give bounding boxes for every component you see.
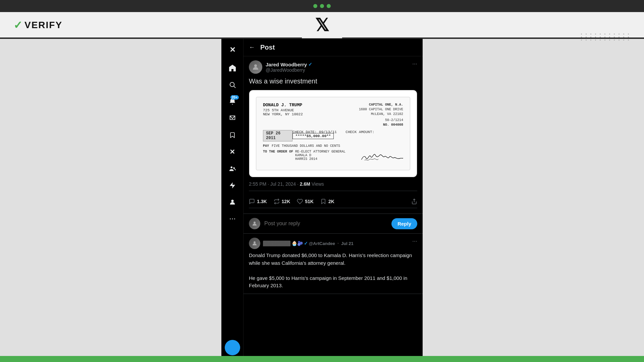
reply-input-row: Reply [244,214,423,234]
dot [614,37,615,38]
reply-author-avatar[interactable] [249,238,260,249]
communities-icon [229,165,236,172]
dot [590,37,591,38]
sidebar-item-communities[interactable] [225,161,240,176]
sidebar-item-profile[interactable] [225,194,240,210]
dot [604,37,605,38]
verify-checkmark: ✓ [13,19,23,32]
retweet-button[interactable]: 12K [274,198,290,204]
tweet-text: Was a wise investment [249,76,417,86]
sidebar-item-messages[interactable] [225,111,240,126]
dot [609,40,610,41]
dot [586,34,587,35]
check-image[interactable]: DONALD J. TRUMP 725 5TH AVENUE NEW YORK,… [249,90,417,177]
reply-date: Jul 21 [341,241,354,246]
premium-icon [229,182,236,189]
sidebar-compose[interactable] [225,340,240,355]
x-panel: ✕ [221,39,423,362]
dots-pattern: (function(){ var dp = document.querySele… [581,34,631,41]
retweet-icon [274,198,280,204]
sidebar-item-bookmarks[interactable] [225,127,240,143]
reply-author-info: ▓▓▓▓▓▓▓▓ 🧁🫐 ✓ @ArtCandee · Jul 21 [249,238,354,249]
bookmark-icon [320,198,326,204]
home-icon [228,64,236,72]
dot [581,37,582,38]
svg-point-11 [254,222,256,224]
sidebar-item-grok[interactable]: ✕ [225,144,240,160]
check-payer-address: 725 5TH AVENUE [263,108,303,112]
bookmark-button[interactable]: 2K [320,198,334,204]
dot [609,34,610,35]
tweet-author-handle[interactable]: @JaredWoodberry [266,67,312,73]
dot [595,37,596,38]
svg-point-6 [230,219,231,220]
back-button[interactable]: ← [249,44,255,51]
sidebar-item-home[interactable] [225,60,240,76]
reply-input[interactable] [264,221,387,227]
sidebar-item-more[interactable] [225,211,240,227]
bookmarks-icon [229,131,236,139]
tweet-author-info: Jared Woodberry ✓ @JaredWoodberry [249,60,312,74]
tweet-more-button[interactable]: ··· [412,60,417,67]
reply-text: Donald Trump donated $6,000 to Kamala D.… [249,252,417,290]
check-order-row: TO THE ORDER OF RE-ELECT ATTORNEY GENERA… [263,150,403,163]
verify-text: VERIFY [24,20,62,31]
dot [628,34,629,35]
reply-button[interactable]: Reply [391,218,417,229]
check-date-row: SEP 26 2011 CHECK DATE: 09/13/11 CHECK A… [263,130,403,141]
engagement-row: 1.3K 12K [249,195,417,208]
right-area [423,39,644,362]
dot [619,34,620,35]
main-tweet: Jared Woodberry ✓ @JaredWoodberry ··· Wa… [244,56,423,214]
share-button[interactable] [411,198,417,204]
signature-svg [360,150,403,163]
dot [628,40,629,41]
dot [623,37,624,38]
dot [590,34,591,35]
reply-handle[interactable]: @ArtCandee [309,241,335,246]
header-line-left [0,38,302,38]
like-count: 51K [305,199,314,204]
check-document: DONALD J. TRUMP 725 5TH AVENUE NEW YORK,… [256,97,410,170]
dot [595,34,596,35]
sidebar-item-notifications[interactable]: 20+ [225,94,240,109]
verify-logo: ✓ VERIFY [13,19,62,32]
dot [614,34,615,35]
tweet-author-row: Jared Woodberry ✓ @JaredWoodberry ··· [249,60,417,74]
dot [586,37,587,38]
sidebar-item-x-logo[interactable]: ✕ [225,42,240,58]
header: ✓ VERIFY 𝕏 [0,12,644,39]
dot [609,37,610,38]
x-logo-header: 𝕏 [315,15,329,35]
svg-point-5 [231,200,233,202]
verified-badge: ✓ [308,62,312,67]
dot [600,40,601,41]
reply-author-row: ▓▓▓▓▓▓▓▓ 🧁🫐 ✓ @ArtCandee · Jul 21 ··· [249,238,417,249]
dot [581,40,582,41]
tweet-author-name[interactable]: Jared Woodberry ✓ [266,62,312,67]
reply-author-name[interactable]: ▓▓▓▓▓▓▓▓ 🧁🫐 ✓ @ArtCandee · Jul 21 [263,241,354,246]
x-icon: ✕ [229,46,235,54]
dot [595,40,596,41]
left-area [0,39,221,362]
comment-count: 1.3K [257,199,267,204]
check-header-row: DONALD J. TRUMP 725 5TH AVENUE NEW YORK,… [263,103,403,127]
dot [614,40,615,41]
reply-more-button[interactable]: ··· [412,238,417,245]
panel-layout: ✕ [221,39,423,362]
dot [590,40,591,41]
sidebar-item-search[interactable] [225,77,240,93]
reply-tweet: ▓▓▓▓▓▓▓▓ 🧁🫐 ✓ @ArtCandee · Jul 21 ··· [244,234,423,294]
check-payee: RE-ELECT ATTORNEY GENERAL KAMALA D HARRI… [295,150,358,161]
comment-button[interactable]: 1.3K [249,198,267,204]
check-payer-info: DONALD J. TRUMP 725 5TH AVENUE NEW YORK,… [263,103,303,116]
tweet-author-avatar[interactable] [249,60,262,74]
like-button[interactable]: 51K [297,198,314,204]
svg-point-0 [230,82,234,87]
post-area[interactable]: ← Post Jared Woodberry [244,39,423,362]
sidebar-item-premium[interactable] [225,178,240,193]
svg-point-8 [234,219,235,220]
notification-badge: 20+ [230,95,239,100]
traffic-light-3 [327,4,331,8]
main-content: ✕ [0,39,644,362]
